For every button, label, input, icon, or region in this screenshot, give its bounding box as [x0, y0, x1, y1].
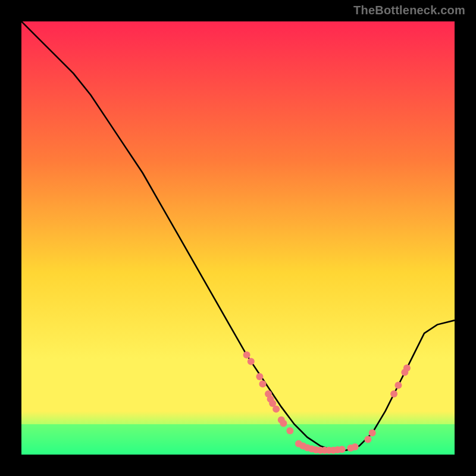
data-point — [248, 358, 255, 365]
data-point — [364, 436, 371, 443]
plot-area — [21, 21, 455, 455]
data-point — [339, 446, 346, 453]
data-point — [403, 364, 411, 371]
data-point — [273, 406, 280, 413]
chart-canvas — [21, 21, 455, 455]
data-point — [256, 373, 263, 380]
data-point — [286, 427, 293, 434]
gradient-background — [21, 21, 455, 455]
data-point — [259, 380, 267, 387]
svg-rect-0 — [21, 424, 455, 455]
watermark-text: TheBottleneck.com — [353, 4, 465, 17]
chart-frame: { "watermark": "TheBottleneck.com", "col… — [0, 0, 476, 476]
data-point — [280, 420, 287, 427]
data-point — [394, 382, 402, 389]
data-point — [352, 443, 359, 450]
data-point — [369, 430, 376, 437]
green-band — [21, 424, 455, 455]
data-point — [390, 390, 397, 397]
data-point — [243, 352, 250, 359]
